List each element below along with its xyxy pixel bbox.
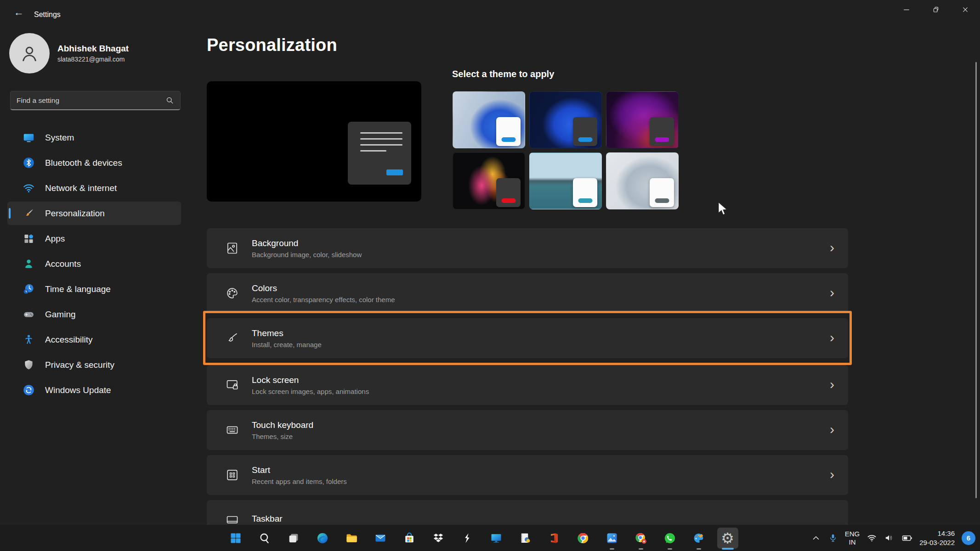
start-menu-icon bbox=[225, 468, 239, 482]
theme-accent-pill bbox=[578, 198, 592, 203]
row-title: Colors bbox=[252, 283, 395, 293]
theme-tile-windows-dark-bloom[interactable] bbox=[529, 91, 602, 148]
close-button[interactable] bbox=[951, 0, 980, 19]
sidebar-item-accounts[interactable]: Accounts bbox=[7, 252, 181, 276]
sidebar-item-apps[interactable]: Apps bbox=[7, 227, 181, 250]
taskbar-icon-settings[interactable]: ⚙ bbox=[713, 525, 742, 551]
search-box[interactable] bbox=[10, 91, 181, 110]
taskbar-icon-photos[interactable] bbox=[597, 525, 626, 551]
office-icon bbox=[548, 532, 561, 545]
taskbar-icon-chrome-profile[interactable] bbox=[626, 525, 655, 551]
row-colors[interactable]: Colors Accent color, transparency effect… bbox=[207, 273, 848, 313]
user-profile[interactable]: Abhishek Bhagat slata83221@gmail.com bbox=[9, 33, 180, 73]
theme-accent-pill bbox=[501, 198, 515, 203]
profile-email: slata83221@gmail.com bbox=[57, 56, 129, 63]
theme-tile-flow[interactable] bbox=[606, 152, 679, 209]
taskbar-icon-remote-desktop[interactable] bbox=[482, 525, 510, 551]
network-wifi-icon bbox=[23, 182, 35, 194]
sidebar-item-label: Privacy & security bbox=[45, 360, 114, 370]
close-icon bbox=[961, 5, 970, 14]
battery-icon[interactable] bbox=[901, 533, 912, 544]
sidebar-item-accessibility[interactable]: Accessibility bbox=[7, 328, 181, 351]
apps-icon bbox=[23, 232, 35, 245]
taskbar-icon-file-explorer[interactable] bbox=[337, 525, 366, 551]
themes-section-label: Select a theme to apply bbox=[452, 69, 554, 79]
taskbar-icon-paint[interactable] bbox=[684, 525, 713, 551]
mail-icon bbox=[374, 532, 387, 545]
clock-datetime[interactable]: 14:36 29-03-2022 bbox=[919, 529, 955, 547]
wifi-icon[interactable] bbox=[867, 533, 877, 543]
colors-palette-icon bbox=[225, 286, 239, 300]
sidebar-item-privacy-security[interactable]: Privacy & security bbox=[7, 353, 181, 377]
sidebar-item-system[interactable]: System bbox=[7, 126, 181, 149]
taskbar-icon-mail[interactable] bbox=[366, 525, 395, 551]
search-icon bbox=[165, 96, 174, 105]
background-picture-icon bbox=[225, 241, 239, 255]
row-themes[interactable]: Themes Install, create, manage › bbox=[207, 318, 848, 358]
mouse-cursor bbox=[717, 201, 730, 217]
taskbar-icon-dropbox[interactable] bbox=[424, 525, 453, 551]
volume-icon[interactable] bbox=[884, 533, 895, 543]
notification-count-badge[interactable]: 6 bbox=[962, 531, 975, 545]
taskbar-icon-chrome[interactable] bbox=[568, 525, 597, 551]
sidebar-item-gaming[interactable]: Gaming bbox=[7, 303, 181, 326]
lightning-app-icon bbox=[461, 532, 474, 545]
sidebar-item-personalization[interactable]: Personalization bbox=[7, 202, 181, 225]
taskbar-icon-whatsapp[interactable] bbox=[655, 525, 684, 551]
chrome-profile-icon bbox=[634, 532, 647, 545]
taskbar-icon-search[interactable] bbox=[250, 525, 279, 551]
restore-button[interactable] bbox=[921, 0, 951, 19]
vertical-scrollbar[interactable] bbox=[975, 62, 977, 498]
sidebar-item-time-language[interactable]: Time & language bbox=[7, 277, 181, 301]
row-touch-keyboard[interactable]: Touch keyboard Themes, size › bbox=[207, 410, 848, 450]
theme-tile-sunrise[interactable] bbox=[529, 152, 602, 209]
chevron-right-icon: › bbox=[830, 239, 834, 255]
taskbar-icon-edge[interactable] bbox=[308, 525, 337, 551]
row-title: Taskbar bbox=[252, 514, 283, 524]
theme-preview bbox=[207, 81, 421, 202]
taskbar-icon-start[interactable] bbox=[221, 525, 250, 551]
search-input[interactable] bbox=[17, 96, 165, 105]
profile-name: Abhishek Bhagat bbox=[57, 44, 129, 54]
row-lock-screen[interactable]: Lock screen Lock screen images, apps, an… bbox=[207, 365, 848, 405]
chevron-right-icon: › bbox=[830, 284, 834, 300]
sidebar-item-windows-update[interactable]: Windows Update bbox=[7, 378, 181, 402]
chevron-right-icon: › bbox=[830, 421, 834, 437]
theme-tile-windows-light-bloom[interactable] bbox=[453, 91, 525, 148]
sidebar-item-network-internet[interactable]: Network & internet bbox=[7, 176, 181, 200]
touch-keyboard-icon bbox=[225, 423, 239, 437]
accessibility-icon bbox=[23, 333, 35, 346]
taskbar-icon-python-notebook[interactable] bbox=[510, 525, 539, 551]
sidebar-item-bluetooth-devices[interactable]: Bluetooth & devices bbox=[7, 151, 181, 174]
theme-accent-pill bbox=[578, 137, 592, 142]
row-background[interactable]: Background Background image, color, slid… bbox=[207, 228, 848, 268]
row-subtitle: Accent color, transparency effects, colo… bbox=[252, 296, 395, 304]
back-button[interactable]: ← bbox=[10, 6, 28, 19]
sidebar-item-label: Accessibility bbox=[45, 335, 92, 345]
row-title: Themes bbox=[252, 328, 322, 338]
chevron-right-icon: › bbox=[830, 376, 834, 392]
chevron-right-icon: › bbox=[830, 329, 834, 345]
row-subtitle: Lock screen images, apps, animations bbox=[252, 388, 369, 395]
taskbar-icon-task-view[interactable] bbox=[279, 525, 308, 551]
microphone-icon[interactable] bbox=[828, 533, 838, 543]
row-title: Background bbox=[252, 238, 362, 248]
system-icon bbox=[23, 131, 35, 144]
taskbar-icon-office[interactable] bbox=[539, 525, 568, 551]
hidden-icons-chevron[interactable] bbox=[811, 533, 821, 543]
sidebar-item-label: Gaming bbox=[45, 309, 76, 320]
row-title: Start bbox=[252, 465, 347, 475]
task-view-icon bbox=[287, 532, 300, 545]
taskbar-icons: ⚙ bbox=[221, 525, 742, 551]
whatsapp-icon bbox=[663, 532, 676, 545]
minimize-button[interactable] bbox=[892, 0, 921, 19]
taskbar-icon-lightning-app[interactable] bbox=[453, 525, 482, 551]
theme-tile-captured-motion[interactable] bbox=[453, 152, 525, 209]
language-indicator[interactable]: ENG IN bbox=[845, 530, 860, 546]
row-start[interactable]: Start Recent apps and items, folders › bbox=[207, 455, 848, 495]
taskbar-icon-microsoft-store[interactable] bbox=[395, 525, 424, 551]
theme-tile-glow[interactable] bbox=[606, 91, 679, 148]
profile-text: Abhishek Bhagat slata83221@gmail.com bbox=[57, 44, 129, 63]
clock-date: 29-03-2022 bbox=[919, 538, 955, 547]
search-icon bbox=[258, 532, 271, 545]
